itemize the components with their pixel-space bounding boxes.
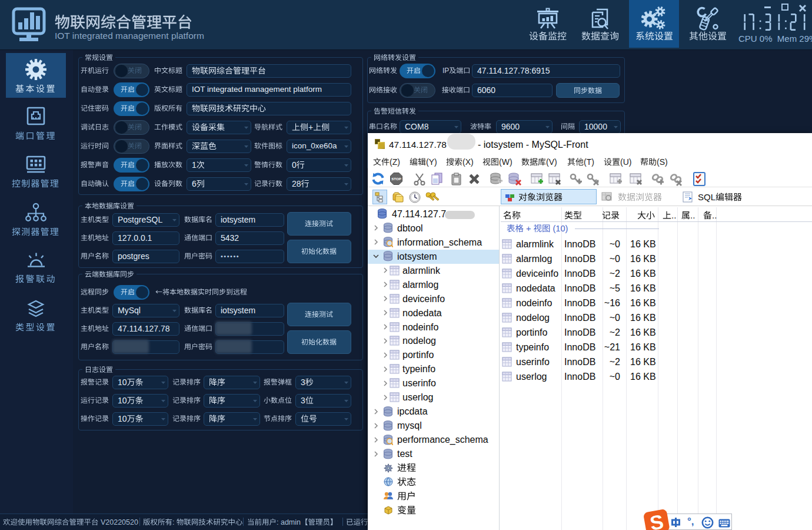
svg-text:28: 28 <box>292 179 301 188</box>
svg-text:(U): (U) <box>620 157 631 167</box>
svg-text:: admin: : admin <box>277 518 301 526</box>
svg-text:1: 1 <box>192 160 197 170</box>
svg-text:6: 6 <box>192 179 197 188</box>
svg-text:(T): (T) <box>584 157 594 167</box>
svg-text:..: .. <box>712 210 717 220</box>
svg-text:+: + <box>308 122 313 132</box>
svg-text:(V): (V) <box>546 157 557 167</box>
svg-text:(X): (X) <box>462 157 474 167</box>
svg-text:3: 3 <box>301 396 305 405</box>
svg-text:(10): (10) <box>551 224 568 233</box>
svg-text:(W): (W) <box>499 157 513 167</box>
svg-text:(S): (S) <box>657 157 668 167</box>
svg-text:..: .. <box>690 210 695 220</box>
svg-text:SQL: SQL <box>698 192 716 202</box>
svg-text:(Y): (Y) <box>426 157 437 167</box>
svg-text:+: + <box>524 224 534 233</box>
svg-text:10: 10 <box>118 377 127 387</box>
svg-text:..: .. <box>671 210 676 220</box>
svg-text::: : <box>172 518 177 526</box>
svg-text:10: 10 <box>118 414 127 423</box>
svg-text:STOP: STOP <box>391 177 401 181</box>
svg-text:3: 3 <box>301 377 305 387</box>
svg-text:10: 10 <box>118 396 127 405</box>
svg-text:(Z): (Z) <box>390 157 400 167</box>
svg-text:IP: IP <box>442 67 449 75</box>
svg-text:V20220520: V20220520 <box>99 518 138 526</box>
svg-text:0: 0 <box>292 160 297 170</box>
